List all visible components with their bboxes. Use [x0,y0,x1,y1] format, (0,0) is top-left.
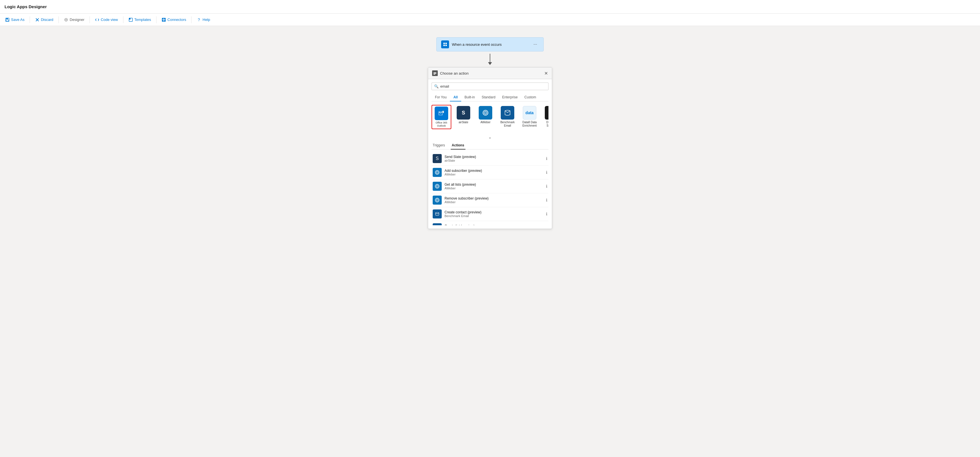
svg-rect-17 [445,45,447,46]
action-item-send-slate[interactable]: S Send Slate (preview) airSlate ℹ [431,152,549,166]
action-item-remove-subscriber[interactable]: Remove subscriber (preview) AWeber ℹ [431,193,549,207]
svg-rect-18 [434,72,436,73]
connector-label-airslate: airSlate [459,121,468,124]
action-text-send-slate: Send Slate (preview) airSlate [444,155,543,162]
help-icon: ? [197,18,201,22]
panel-body: 🔍 For You All Built-in Standard Enterpri… [428,79,552,228]
action-item-create-list[interactable]: Create list (preview) Benchmark Email ℹ [431,221,549,225]
connectors-icon [162,18,166,22]
connector-benchmark-email[interactable]: BenchmarkEmail [498,105,517,129]
templates-label: Templates [134,18,151,22]
action-item-get-all-lists[interactable]: Get all lists (preview) AWeber ℹ [431,179,549,193]
discard-button[interactable]: Discard [32,16,56,24]
app-header: Logic Apps Designer [0,0,980,14]
connector-label-office365: Office 365Outlook [436,121,447,128]
action-provider-get-all-lists: AWeber [444,187,543,190]
show-more-button[interactable]: ⌄ [431,134,549,141]
save-as-button[interactable]: Save As [2,16,27,24]
action-icon-send-slate: S [433,154,442,163]
action-icon-create-list [433,223,442,225]
svg-rect-25 [442,111,444,113]
action-text-get-all-lists: Get all lists (preview) AWeber [444,182,543,190]
action-info-send-slate[interactable]: ℹ [546,156,547,161]
action-info-get-all-lists[interactable]: ℹ [546,184,547,189]
action-provider-remove-subscriber: AWeber [444,200,543,204]
action-name-create-list: Create list (preview) [444,224,543,225]
action-name-add-subscriber: Add subscriber (preview) [444,169,543,173]
tab-enterprise[interactable]: Enterprise [499,94,521,101]
svg-rect-16 [444,45,445,46]
action-icon-get-all-lists [433,182,442,191]
action-info-add-subscriber[interactable]: ℹ [546,170,547,175]
tab-actions[interactable]: Actions [451,142,465,150]
action-item-add-subscriber[interactable]: Add subscriber (preview) AWeber ℹ [431,166,549,179]
connectors-button[interactable]: Connectors [159,16,189,24]
code-view-label: Code view [101,18,118,22]
tab-built-in[interactable]: Built-in [461,94,479,101]
action-info-remove-subscriber[interactable]: ℹ [546,198,547,202]
tab-triggers[interactable]: Triggers [431,142,446,150]
panel-title-row: Choose an action [432,70,469,76]
trigger-menu-button[interactable]: ··· [532,41,539,48]
trigger-label: When a resource event occurs [452,42,529,46]
svg-point-40 [437,200,438,200]
save-as-label: Save As [11,18,25,22]
action-text-create-list: Create list (preview) Benchmark Email [444,224,543,225]
code-view-button[interactable]: Code view [92,16,121,24]
svg-point-28 [485,112,486,113]
svg-rect-13 [164,20,165,21]
actions-tabs: Triggers Actions [431,142,549,150]
toolbar-separator-1 [30,16,30,23]
connector-aweber[interactable]: AWeber [476,105,495,129]
action-name-get-all-lists: Get all lists (preview) [444,182,543,187]
category-tabs: For You All Built-in Standard Enterprise… [431,94,549,101]
action-name-send-slate: Send Slate (preview) [444,155,543,159]
action-info-create-contact[interactable]: ℹ [546,212,547,216]
connector-office365-outlook[interactable]: Office 365Outlook [431,105,451,129]
connector-data8[interactable]: data Data8 DataEnrichment [520,105,539,129]
flow-arrow [488,51,492,67]
connector-icon-aweber [479,106,492,120]
svg-point-34 [437,172,438,173]
action-text-create-contact: Create contact (preview) Benchmark Email [444,210,543,217]
connector-icon-data8: data [523,106,536,120]
action-name-create-contact: Create contact (preview) [444,210,543,214]
svg-rect-20 [434,74,435,75]
search-input[interactable] [440,84,546,88]
connector-derdack[interactable]: DerdackSIGNL4 [542,105,549,129]
panel-close-button[interactable]: ✕ [544,71,548,76]
discard-label: Discard [41,18,53,22]
action-icon-create-contact [433,209,442,219]
tab-for-you[interactable]: For You [431,94,450,101]
svg-rect-15 [445,43,447,44]
connector-airslate[interactable]: S airSlate [453,105,473,129]
discard-icon [35,18,40,22]
connector-icon-derdack [545,106,549,120]
action-text-remove-subscriber: Remove subscriber (preview) AWeber [444,197,543,204]
choose-action-panel: Choose an action ✕ 🔍 For You All Built-i… [428,67,552,229]
connectors-grid: Office 365Outlook S airSlate [431,105,549,131]
tab-all[interactable]: All [450,94,461,101]
designer-label: Designer [70,18,84,22]
trigger-icon [441,40,449,48]
svg-rect-14 [444,43,445,44]
connector-icon-office365 [434,107,448,120]
help-label: Help [202,18,210,22]
svg-rect-19 [434,73,436,74]
templates-button[interactable]: Templates [126,16,154,24]
connector-label-derdack: DerdackSIGNL4 [546,121,549,128]
action-provider-add-subscriber: AWeber [444,173,543,176]
tab-custom[interactable]: Custom [521,94,539,101]
action-name-remove-subscriber: Remove subscriber (preview) [444,197,543,200]
trigger-block[interactable]: When a resource event occurs ··· [436,37,544,51]
tab-standard[interactable]: Standard [478,94,499,101]
connector-label-data8: Data8 DataEnrichment [522,121,537,128]
action-list: S Send Slate (preview) airSlate ℹ [431,152,549,225]
designer-button[interactable]: Designer [61,16,87,24]
action-item-create-contact[interactable]: Create contact (preview) Benchmark Email… [431,207,549,221]
svg-rect-2 [6,20,8,21]
svg-rect-8 [129,18,130,19]
help-button[interactable]: ? Help [194,16,213,24]
code-icon [95,18,99,22]
connector-icon-airslate: S [457,106,470,120]
